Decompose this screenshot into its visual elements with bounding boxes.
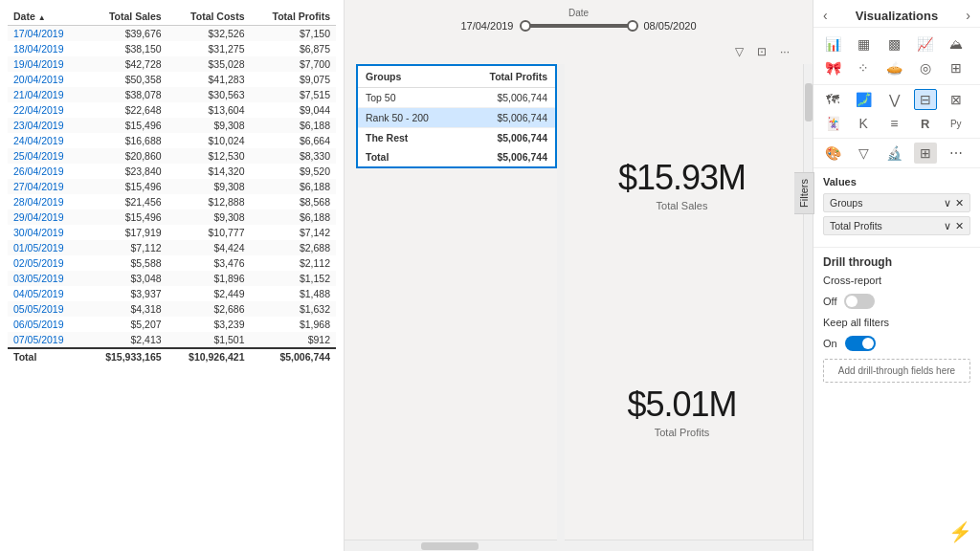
- kpi-total-sales: $15.93M Total Sales: [618, 158, 746, 211]
- field-profits-x[interactable]: ✕: [955, 220, 964, 231]
- table-total-row: Total$15,933,165$10,926,421$5,006,744: [8, 348, 336, 364]
- viz-icon-map[interactable]: 🗺: [821, 89, 844, 110]
- sort-icon: ▲: [38, 13, 46, 22]
- slider-range: [522, 24, 636, 28]
- cross-report-toggle-row: Cross-report: [823, 275, 970, 286]
- viz-icon-bar[interactable]: 📊: [821, 33, 844, 55]
- viz-icon-card[interactable]: 🃏: [821, 113, 844, 134]
- viz-icon-filter-panel[interactable]: ▽: [852, 143, 875, 164]
- viz-icon-treemap[interactable]: ⊞: [945, 57, 968, 78]
- field-total-profits[interactable]: Total Profits ∨ ✕: [823, 216, 970, 235]
- tv-row: Top 50$5,006,744: [358, 88, 555, 108]
- field-groups[interactable]: Groups ∨ ✕: [823, 193, 970, 212]
- viz-nav-next[interactable]: ›: [966, 8, 970, 23]
- viz-icons-row3: 🎨 ▽ 🔬 ⊞ ⋯: [813, 139, 980, 168]
- table-row: 05/05/2019$4,318$2,686$1,632: [8, 301, 336, 317]
- keep-filters-label-row: Keep all filters: [823, 317, 970, 328]
- more-icon[interactable]: ···: [776, 43, 793, 60]
- table-row: 17/04/2019$39,676$32,526$7,150: [8, 26, 336, 42]
- keep-filters-label: Keep all filters: [823, 317, 889, 328]
- add-drill-fields[interactable]: Add drill-through fields here: [823, 359, 970, 383]
- filters-tab[interactable]: Filters: [794, 172, 814, 214]
- scrollbar-thumb-bottom: [421, 542, 479, 550]
- viz-icon-analytics[interactable]: 🔬: [882, 143, 905, 164]
- viz-icon-pie[interactable]: 🥧: [882, 57, 905, 78]
- tv-col-profits: Total Profits: [457, 66, 555, 87]
- table-row: 28/04/2019$21,456$12,888$8,568: [8, 194, 336, 209]
- cross-report-toggle[interactable]: [844, 294, 875, 309]
- tv-col-groups: Groups: [358, 66, 457, 87]
- slider-handle-right[interactable]: [627, 20, 638, 32]
- viz-icon-100-bar[interactable]: ▩: [882, 33, 905, 55]
- viz-icon-ribbon[interactable]: 🎀: [821, 57, 844, 78]
- drill-through-section: Drill through Cross-report Off Keep all …: [813, 248, 980, 390]
- viz-icon-extra[interactable]: ⋯: [945, 143, 968, 164]
- viz-icon-slicer[interactable]: ≡: [882, 113, 905, 134]
- field-profits-chevron: ∨: [944, 220, 951, 231]
- table-row: 01/05/2019$7,112$4,424$2,688: [8, 240, 336, 255]
- viz-icon-scatter[interactable]: ⁘: [852, 57, 875, 78]
- viz-icon-donut[interactable]: ◎: [914, 57, 937, 78]
- visualizations-panel: ‹ Visualizations › 📊 ▦ ▩ 📈 ⛰ 🎀 ⁘ 🥧 ◎ ⊞ 🗺…: [813, 0, 980, 551]
- filter-icon[interactable]: ▽: [730, 43, 747, 60]
- date-range: 17/04/2019 08/05/2020: [460, 20, 696, 32]
- slider-handle-left[interactable]: [520, 20, 531, 32]
- keep-filters-toggle[interactable]: [845, 336, 876, 351]
- table-row: 29/04/2019$15,496$9,308$6,188: [8, 209, 336, 225]
- kpi-section: $15.93M Total Sales $5.01M Total Profits: [572, 64, 791, 532]
- cross-report-thumb: [846, 296, 858, 307]
- tv-row-group: Top 50: [358, 88, 457, 107]
- viz-icons-row1: 📊 ▦ ▩ 📈 ⛰ 🎀 ⁘ 🥧 ◎ ⊞: [813, 28, 980, 85]
- viz-icon-format[interactable]: 🎨: [821, 143, 844, 164]
- viz-icon-matrix[interactable]: ⊠: [945, 89, 968, 110]
- table-visual-scrollbar[interactable]: [557, 64, 565, 540]
- viz-icon-kpi[interactable]: K: [852, 113, 875, 134]
- table-row: 27/04/2019$15,496$9,308$6,188: [8, 179, 336, 194]
- tv-row-group: The Rest: [358, 128, 457, 147]
- viz-nav-prev[interactable]: ‹: [823, 8, 828, 23]
- keep-filters-thumb: [862, 338, 874, 349]
- viz-icon-area[interactable]: ⛰: [945, 33, 968, 55]
- date-label: Date: [568, 8, 589, 18]
- viz-icon-r[interactable]: R: [914, 113, 937, 134]
- table-row: 19/04/2019$42,728$35,028$7,700: [8, 56, 336, 72]
- col-header-total-costs[interactable]: Total Costs: [167, 8, 251, 26]
- viz-icon-line[interactable]: 📈: [914, 33, 937, 55]
- kpi-total-profits: $5.01M Total Profits: [627, 385, 736, 438]
- table-visual-header: Groups Total Profits: [358, 66, 555, 88]
- field-total-profits-label: Total Profits: [830, 220, 882, 231]
- date-end: 08/05/2020: [644, 20, 697, 32]
- viz-icon-funnel[interactable]: ⋁: [882, 89, 905, 110]
- field-groups-x[interactable]: ✕: [955, 197, 964, 209]
- viz-icon-stacked-bar[interactable]: ▦: [852, 33, 875, 55]
- scrollbar-thumb: [805, 83, 813, 121]
- table-row: 07/05/2019$2,413$1,501$912: [8, 332, 336, 348]
- table-row: 22/04/2019$22,648$13,604$9,044: [8, 102, 336, 118]
- viz-header: ‹ Visualizations ›: [813, 0, 980, 28]
- col-header-total-sales[interactable]: Total Sales: [84, 8, 167, 26]
- values-section: Values Groups ∨ ✕ Total Profits ∨ ✕: [813, 168, 980, 248]
- viz-icon-table[interactable]: ⊟: [914, 89, 937, 110]
- powerbi-icon[interactable]: ⚡: [948, 520, 972, 543]
- kpi-sales-label: Total Sales: [618, 200, 746, 211]
- table-row: 21/04/2019$38,078$30,563$7,515: [8, 87, 336, 102]
- viz-icon-py[interactable]: Py: [945, 113, 968, 134]
- col-header-date[interactable]: Date ▲: [8, 8, 84, 26]
- table-row: 04/05/2019$3,937$2,449$1,488: [8, 286, 336, 301]
- slider-track[interactable]: [522, 24, 636, 28]
- focus-icon[interactable]: ⊡: [753, 43, 770, 60]
- tv-total-label: Total: [358, 147, 457, 166]
- col-header-total-profits[interactable]: Total Profits: [251, 8, 337, 26]
- viz-title: Visualizations: [856, 9, 938, 23]
- values-section-title: Values: [823, 176, 970, 187]
- kpi-sales-value: $15.93M: [618, 158, 746, 198]
- date-start: 17/04/2019: [460, 20, 513, 32]
- center-scrollbar-right[interactable]: [803, 64, 813, 540]
- table-row: 30/04/2019$17,919$10,777$7,142: [8, 225, 336, 240]
- center-scrollbar-bottom[interactable]: [345, 540, 813, 551]
- viz-icon-filled-map[interactable]: 🗾: [852, 89, 875, 110]
- table-row: 25/04/2019$20,860$12,530$8,330: [8, 148, 336, 164]
- viz-icon-fields[interactable]: ⊞: [914, 143, 937, 164]
- kpi-profits-value: $5.01M: [627, 385, 736, 425]
- kpi-profits-label: Total Profits: [627, 427, 736, 438]
